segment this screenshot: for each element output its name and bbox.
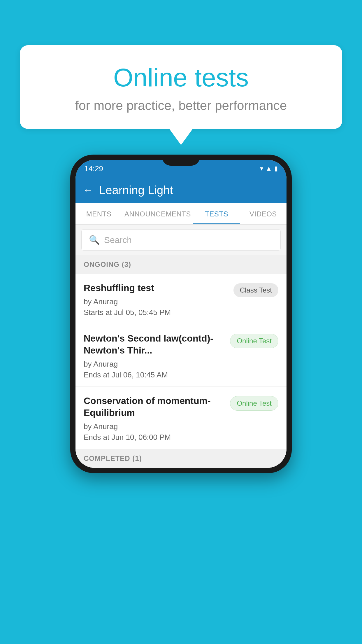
- test-badge-2: Online Test: [230, 334, 278, 348]
- section-header-completed: COMPLETED (1): [75, 449, 287, 468]
- test-title-2: Newton's Second law(contd)-Newton's Thir…: [84, 332, 224, 357]
- tab-videos[interactable]: VIDEOS: [240, 203, 287, 224]
- section-header-ongoing: ONGOING (3): [75, 255, 287, 274]
- test-info-1: Reshuffling test by Anurag Starts at Jul…: [84, 282, 233, 317]
- app-header: ← Learning Light: [75, 177, 287, 203]
- signal-icon: ▲: [266, 165, 272, 172]
- bubble-subtitle: for more practice, better performance: [31, 98, 331, 113]
- tab-announcements[interactable]: ANNOUNCEMENTS: [122, 203, 193, 224]
- test-time-3: Ends at Jun 10, 06:00 PM: [84, 433, 224, 442]
- test-item-1[interactable]: Reshuffling test by Anurag Starts at Jul…: [75, 274, 287, 324]
- test-badge-1: Class Test: [233, 283, 278, 297]
- search-container: 🔍 Search: [75, 225, 287, 255]
- wifi-icon: ▾: [260, 165, 263, 172]
- test-badge-3: Online Test: [230, 396, 278, 411]
- search-icon: 🔍: [89, 235, 100, 245]
- tab-ments[interactable]: MENTS: [75, 203, 122, 224]
- test-title-3: Conservation of momentum-Equilibrium: [84, 395, 224, 419]
- tab-tests[interactable]: TESTS: [193, 203, 240, 224]
- test-author-2: by Anurag: [84, 360, 224, 369]
- test-time-2: Ends at Jul 06, 10:45 AM: [84, 370, 224, 379]
- test-time-1: Starts at Jul 05, 05:45 PM: [84, 308, 228, 317]
- speech-bubble: Online tests for more practice, better p…: [20, 45, 342, 129]
- test-info-2: Newton's Second law(contd)-Newton's Thir…: [84, 332, 230, 379]
- test-item-2[interactable]: Newton's Second law(contd)-Newton's Thir…: [75, 324, 287, 387]
- test-info-3: Conservation of momentum-Equilibrium by …: [84, 395, 230, 442]
- search-bar[interactable]: 🔍 Search: [81, 229, 281, 251]
- phone-notch: [162, 155, 200, 166]
- tabs-container: MENTS ANNOUNCEMENTS TESTS VIDEOS: [75, 203, 287, 225]
- speech-bubble-tail: [169, 129, 193, 145]
- test-author-3: by Anurag: [84, 422, 224, 431]
- speech-bubble-container: Online tests for more practice, better p…: [20, 45, 342, 145]
- test-item-3[interactable]: Conservation of momentum-Equilibrium by …: [75, 387, 287, 449]
- battery-icon: ▮: [274, 165, 278, 172]
- app-header-title: Learning Light: [99, 184, 173, 197]
- status-time: 14:29: [84, 164, 103, 173]
- back-arrow-icon[interactable]: ←: [83, 184, 93, 196]
- test-author-1: by Anurag: [84, 297, 228, 306]
- search-placeholder: Search: [104, 235, 132, 245]
- bubble-title: Online tests: [31, 63, 331, 92]
- phone-outer: 14:29 ▾ ▲ ▮ ← Learning Light MENTS ANNOU…: [70, 155, 292, 473]
- phone-container: 14:29 ▾ ▲ ▮ ← Learning Light MENTS ANNOU…: [70, 155, 292, 473]
- phone-screen: 14:29 ▾ ▲ ▮ ← Learning Light MENTS ANNOU…: [75, 160, 287, 468]
- test-title-1: Reshuffling test: [84, 282, 228, 294]
- status-icons: ▾ ▲ ▮: [260, 165, 278, 172]
